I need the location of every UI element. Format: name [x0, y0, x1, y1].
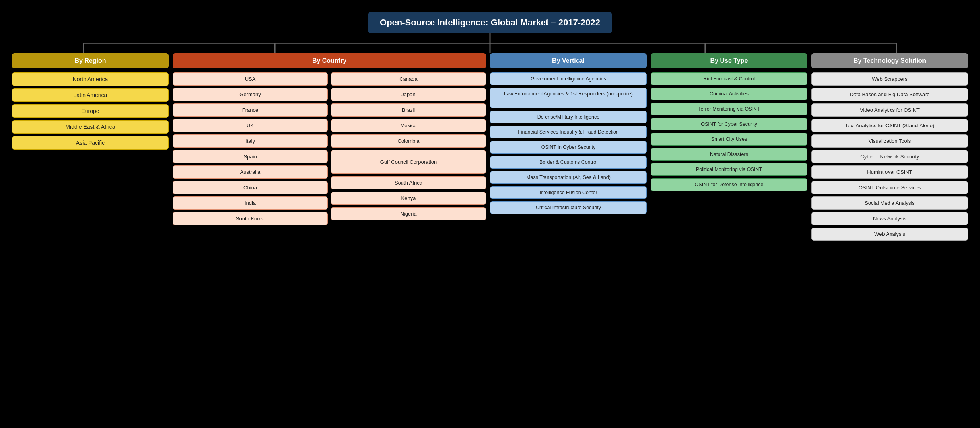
region-item: Asia Pacific [12, 136, 169, 150]
country-item: Canada [331, 72, 486, 86]
country-item: Nigeria [331, 207, 486, 220]
vertical-item: Border & Customs Control [490, 156, 647, 169]
chart-title: Open-Source Intelligence: Global Market … [368, 12, 612, 33]
column-vertical: By Vertical Government Intelligence Agen… [490, 53, 647, 214]
usetype-item: Smart City Uses [651, 133, 807, 146]
country-item: Japan [331, 88, 486, 101]
techsol-item: Web Analysis [811, 228, 968, 241]
country-item: China [173, 181, 328, 194]
usetype-item: Riot Forecast & Control [651, 72, 807, 85]
country-subcol-right: Canada Japan Brazil Mexico Colombia Gulf… [331, 72, 486, 225]
region-item: Latin America [12, 88, 169, 102]
column-country: By Country USA Germany France UK Italy S… [173, 53, 486, 225]
country-item: Germany [173, 88, 328, 101]
region-item: North America [12, 72, 169, 86]
usetype-item: Political Monitoring via OSINT [651, 163, 807, 176]
column-region: By Region North America Latin America Eu… [12, 53, 169, 150]
vertical-header: By Vertical [490, 53, 647, 68]
usetype-item: Terror Monitoring via OSINT [651, 103, 807, 115]
techsol-item: Humint over OSINT [811, 165, 968, 179]
country-item: France [173, 103, 328, 117]
vertical-item: Defense/Military Intelligence [490, 111, 647, 123]
country-item: South Korea [173, 212, 328, 225]
techsol-item: News Analysis [811, 212, 968, 225]
techsol-header: By Technology Solution [811, 53, 968, 68]
country-item: Colombia [331, 134, 486, 148]
usetype-item: Natural Disasters [651, 148, 807, 161]
usetype-item: OSINT for Defense Intelligence [651, 178, 807, 191]
country-col-inner: USA Germany France UK Italy Spain Austra… [173, 72, 486, 225]
country-item: Italy [173, 134, 328, 148]
region-header: By Region [12, 53, 169, 68]
usetype-header: By Use Type [651, 53, 807, 68]
chart-container: Open-Source Intelligence: Global Market … [8, 8, 972, 245]
country-item: Brazil [331, 103, 486, 117]
column-usetype: By Use Type Riot Forecast & Control Crim… [651, 53, 807, 191]
country-header: By Country [173, 53, 486, 68]
techsol-item: Visualization Tools [811, 134, 968, 148]
vertical-item: Intelligence Fusion Center [490, 186, 647, 199]
usetype-item: Criminal Activities [651, 88, 807, 100]
region-item: Middle East & Africa [12, 120, 169, 134]
country-item: UK [173, 119, 328, 132]
country-subcol-left: USA Germany France UK Italy Spain Austra… [173, 72, 328, 225]
techsol-item: Cyber – Network Security [811, 150, 968, 163]
columns-wrapper: By Region North America Latin America Eu… [12, 53, 968, 241]
connector-svg [12, 33, 968, 53]
column-techsol: By Technology Solution Web Scrappers Dat… [811, 53, 968, 241]
vertical-item: Mass Transportation (Air, Sea & Land) [490, 171, 647, 184]
vertical-item: Government Intelligence Agencies [490, 72, 647, 85]
usetype-item: OSINT for Cyber Security [651, 118, 807, 130]
techsol-item: Social Media Analysis [811, 196, 968, 210]
techsol-item: OSINT Outsource Services [811, 181, 968, 194]
techsol-item: Web Scrappers [811, 72, 968, 86]
country-item: Spain [173, 150, 328, 163]
techsol-item: Text Analytics for OSINT (Stand-Alone) [811, 119, 968, 132]
country-item: Australia [173, 165, 328, 179]
country-item: USA [173, 72, 328, 86]
region-item: Europe [12, 104, 169, 118]
country-item: South Africa [331, 176, 486, 189]
country-item: Kenya [331, 192, 486, 205]
vertical-item: Law Enforcement Agencies & 1st Responder… [490, 88, 647, 108]
vertical-item: Critical Infrastructure Security [490, 201, 647, 214]
country-item: Mexico [331, 119, 486, 132]
country-item: Gulf Council Corporation [331, 150, 486, 174]
country-item: India [173, 196, 328, 210]
vertical-item: OSINT in Cyber Security [490, 141, 647, 154]
vertical-item: Financial Services Industry & Fraud Dete… [490, 126, 647, 138]
techsol-item: Data Bases and Big Data Software [811, 88, 968, 101]
techsol-item: Video Analytics for OSINT [811, 103, 968, 117]
